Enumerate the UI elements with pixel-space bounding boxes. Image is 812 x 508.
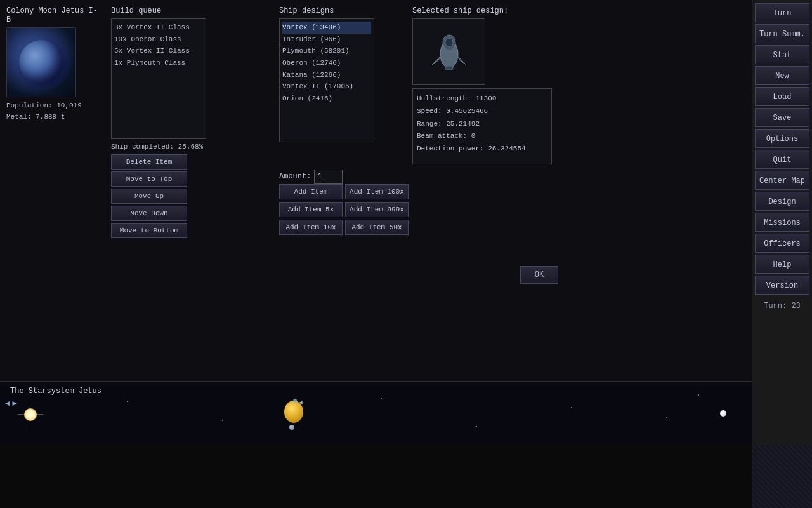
colony-panel: Colony Moon Jetus I-B Population: 10,019… (6, 6, 102, 123)
colony-image (6, 27, 76, 97)
stat-button[interactable]: Stat (755, 45, 809, 64)
stat-beam-attack: Beam attack: 0 (417, 130, 547, 143)
add-item-button[interactable]: Add Item (279, 184, 343, 199)
turn-button[interactable]: Turn (755, 3, 809, 22)
bg-star (381, 398, 382, 399)
selected-design-image (412, 18, 485, 85)
svg-marker-3 (458, 57, 466, 65)
planet-sphere (19, 40, 63, 84)
bg-star (476, 426, 477, 427)
selected-design-stats: Hullstrength: 11300 Speed: 0.45625466 Ra… (412, 88, 552, 164)
ship-completed: Ship completed: 25.68% (111, 143, 238, 150)
add-item-5x-button[interactable]: Add Item 5x (279, 202, 343, 217)
bg-star (222, 420, 223, 421)
queue-item[interactable]: 5x Vortex II Class (114, 45, 203, 57)
move-down-button[interactable]: Move Down (111, 206, 187, 221)
sidebar: Turn Turn Summ. Stat New Load Save Optio… (752, 0, 812, 444)
svg-rect-5 (445, 66, 453, 70)
center-map-button[interactable]: Center Map (755, 171, 809, 190)
amount-input[interactable] (314, 170, 343, 184)
ship-design-item[interactable]: Intruder (966) (282, 34, 371, 46)
build-queue-title: Build queue (111, 6, 238, 15)
ship-design-item[interactable]: Katana (12266) (282, 69, 371, 81)
add-item-999x-button[interactable]: Add Item 999x (345, 202, 409, 217)
starsystem-nav: ◄ ► (5, 399, 107, 408)
stat-hullstrength: Hullstrength: 11300 (417, 93, 547, 105)
nav-prev[interactable]: ◄ (5, 399, 10, 408)
ship-design-item[interactable]: Orion (2416) (282, 93, 371, 105)
planet-right (720, 410, 726, 417)
star-bright-left (24, 408, 37, 421)
queue-item[interactable]: 10x Oberon Class (114, 34, 203, 46)
load-button[interactable]: Load (755, 87, 809, 106)
amount-label: Amount: (279, 172, 311, 181)
sidebar-bottom-decoration (752, 444, 812, 508)
ship-design-item[interactable]: Plymouth (58201) (282, 45, 371, 57)
star-ray-h (18, 414, 43, 415)
ok-button[interactable]: OK (520, 266, 558, 284)
starsystem-title: The Starsystem Jetus (5, 384, 107, 398)
bottom-bar: ◄ The Starsystem Jetus ◄ ► (0, 381, 752, 444)
colony-title: Colony Moon Jetus I-B (6, 6, 102, 24)
move-up-button[interactable]: Move Up (111, 189, 187, 204)
colony-stats: Population: 10,019 Metal: 7,888 t (6, 100, 102, 123)
ship-design-item[interactable]: Oberon (12746) (282, 57, 371, 69)
add-item-50x-button[interactable]: Add Item 50x (345, 220, 409, 235)
quit-button[interactable]: Quit (755, 150, 809, 169)
selected-design-title: Selected ship design: (412, 6, 558, 15)
selected-design-panel: Selected ship design: Hullstreng (412, 6, 558, 164)
svg-point-4 (445, 38, 453, 47)
new-button[interactable]: New (755, 66, 809, 85)
design-button[interactable]: Design (755, 192, 809, 211)
add-buttons-panel: Add Item Add Item 100x Add Item 5x Add I… (279, 184, 409, 235)
build-queue-list[interactable]: 3x Vortex II Class 10x Oberon Class 5x V… (111, 18, 206, 139)
stat-range: Range: 25.21492 (417, 118, 547, 131)
add-item-10x-button[interactable]: Add Item 10x (279, 220, 343, 235)
nav-next[interactable]: ► (12, 399, 16, 408)
add-item-100x-button[interactable]: Add Item 100x (345, 184, 409, 199)
queue-item[interactable]: 1x Plymouth Class (114, 57, 203, 69)
space-view: ◄ (0, 382, 752, 444)
starsystem-label: The Starsystem Jetus ◄ ► (5, 384, 107, 408)
turn-indicator: Turn: 23 (764, 302, 801, 311)
nav-arrow-right: ◄ (299, 399, 303, 406)
ship-designs-list[interactable]: Vortex (13406) Intruder (966) Plymouth (… (279, 18, 374, 142)
move-to-top-button[interactable]: Move to Top (111, 171, 187, 187)
move-to-bottom-button[interactable]: Move to Bottom (111, 223, 187, 238)
ship-designs-title: Ship designs (279, 6, 390, 15)
missions-button[interactable]: Missions (755, 213, 809, 232)
nav-dot (293, 399, 297, 403)
ship-design-item[interactable]: Vortex (13406) (282, 22, 371, 34)
bg-star (571, 407, 572, 408)
save-button[interactable]: Save (755, 108, 809, 127)
moon-1 (289, 425, 294, 430)
stat-detection-power: Detection power: 26.324554 (417, 143, 547, 156)
officers-button[interactable]: Officers (755, 234, 809, 253)
ship-designs-panel: Ship designs Vortex (13406) Intruder (96… (279, 6, 390, 142)
bg-star (666, 417, 667, 418)
stat-speed: Speed: 0.45625466 (417, 105, 547, 118)
amount-row: Amount: (279, 170, 343, 184)
queue-item[interactable]: 3x Vortex II Class (114, 22, 203, 34)
options-button[interactable]: Options (755, 129, 809, 148)
turn-summ-button[interactable]: Turn Summ. (755, 24, 809, 43)
build-queue-panel: Build queue 3x Vortex II Class 10x Obero… (111, 6, 238, 240)
colony-metal: Metal: 7,888 t (6, 112, 102, 123)
bg-star (127, 401, 128, 402)
bg-star (698, 394, 699, 396)
main-area: Colony Moon Jetus I-B Population: 10,019… (0, 0, 752, 444)
version-button[interactable]: Version (755, 276, 809, 295)
ship-icon (427, 30, 471, 74)
ship-design-item[interactable]: Vortex II (17006) (282, 81, 371, 93)
help-button[interactable]: Help (755, 255, 809, 274)
colony-population: Population: 10,019 (6, 100, 102, 112)
delete-item-button[interactable]: Delete Item (111, 154, 187, 170)
svg-marker-2 (432, 57, 440, 65)
